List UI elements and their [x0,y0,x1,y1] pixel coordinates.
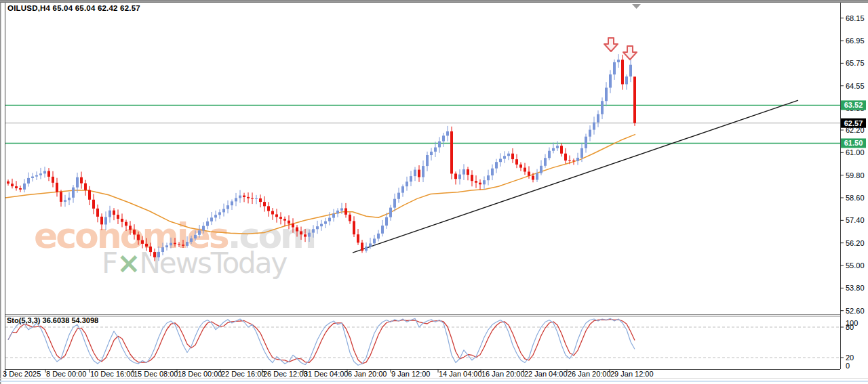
bear-candle [96,209,99,217]
bear-candle [60,192,62,202]
bull-candle [609,74,612,88]
bull-candle [589,130,591,137]
price-tick-label: 57.40 [846,216,865,224]
price-tick-label: 59.80 [846,171,865,179]
bull-candle [438,142,441,148]
bull-candle [483,180,486,184]
bear-candle [450,131,453,173]
bear-candle [564,154,567,161]
bull-candle [369,244,372,247]
bull-candle [336,211,339,214]
bear-candle [117,215,119,219]
bull-candle [226,205,229,209]
bull-candle [23,184,26,190]
bull-candle [210,217,213,221]
bull-candle [31,177,34,178]
bear-candle [243,196,245,197]
bear-candle [137,234,140,240]
bear-candle [572,161,575,161]
bull-candle [422,166,425,177]
bull-candle [157,252,160,257]
bear-candle [267,206,270,211]
bull-candle [597,114,599,123]
bull-candle [64,200,66,202]
price-tick-label: 55.00 [846,261,865,270]
bear-candle [475,181,477,183]
bull-candle [397,193,400,199]
bear-candle [361,242,363,251]
bull-candle [406,182,408,186]
bull-candle [27,178,30,184]
bull-candle [507,154,510,156]
bull-candle [165,245,168,247]
bull-candle [35,175,38,177]
bull-candle [255,198,258,199]
bear-candle [300,232,302,235]
bear-candle [56,183,58,192]
sto-axis-label: 80 [846,323,854,331]
price-tag-text: 61.50 [844,139,863,147]
time-axis-label: 22 Dec 16:00 [221,370,265,378]
bull-candle [190,238,193,242]
candlestick-chart-canvas[interactable]: 63.3568.1566.9565.7564.5562.2061.0059.80… [0,0,868,384]
bear-candle [125,222,127,226]
bull-candle [377,234,380,239]
bull-candle [540,166,542,173]
bear-candle [471,175,473,181]
panel-divider-handle[interactable] [5,312,840,318]
bear-candle [621,60,624,84]
price-tick-label: 56.20 [846,239,865,247]
bull-candle [206,221,209,226]
bear-candle [178,244,180,244]
bull-candle [536,173,538,180]
bear-candle [80,177,83,184]
bear-candle [263,202,266,206]
window-bottom-edge [0,381,868,382]
price-tick-label: 53.80 [846,284,865,292]
time-axis-label: 6 Jan 20:00 [348,370,387,378]
bull-candle [625,77,628,85]
bear-candle [568,161,571,161]
price-tick-label: 52.60 [846,307,865,315]
price-tick-label: 66.95 [846,37,865,45]
bull-candle [76,177,79,188]
bull-candle [580,148,583,158]
bull-candle [601,101,604,114]
mt4-chart-window: economies.com F×NewsToday 63.3568.1566.9… [0,0,868,384]
bull-candle [235,198,237,201]
bull-candle [202,226,205,231]
bear-candle [454,173,457,179]
bull-candle [426,155,429,166]
bull-candle [332,214,335,218]
bull-candle [340,209,343,211]
time-axis-label: 26 Jan 20:00 [568,370,611,378]
bear-candle [92,200,95,209]
bull-candle [186,242,189,246]
bear-candle [353,221,355,234]
bull-candle [222,209,225,213]
bull-candle [593,123,595,130]
price-tick-label: 61.00 [846,148,865,156]
stochastic-indicator-label: Sto(5,3,3) 36.6038 54.3098 [7,316,98,324]
bear-candle [288,221,290,223]
bull-candle [491,169,494,175]
bull-candle [39,173,42,175]
bear-candle [532,176,534,180]
candles-layer [7,54,636,261]
bull-candle [495,162,498,168]
bull-candle [576,158,579,161]
sto-axis-label: 0 [846,362,850,370]
bear-candle [141,240,144,244]
shift-marker-icon[interactable] [632,4,641,9]
bear-candle [11,184,14,186]
sto-main-line [8,318,635,365]
bear-candle [251,198,254,199]
bull-candle [548,151,551,158]
symbol-ohlc-title: OILUSD,H4 65.04 65.04 62.42 62.57 [7,4,140,12]
time-axis-label: 26 Dec 12:00 [263,370,307,378]
bull-candle [108,211,111,217]
window-left-border [0,3,1,384]
time-axis-label: 18 Dec 00:00 [178,370,222,378]
bear-candle [84,184,87,190]
bear-candle [129,226,132,230]
